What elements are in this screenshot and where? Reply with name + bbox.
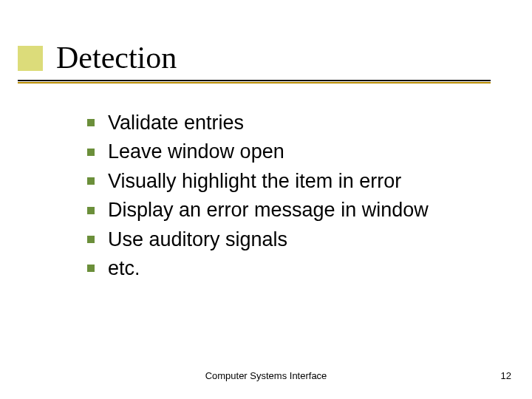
bullet-square-icon: [87, 265, 95, 272]
bullet-square-icon: [87, 149, 95, 156]
list-item: Display an error message in window: [87, 197, 501, 223]
title-row: Detection: [18, 41, 177, 74]
bullet-list: Validate entries Leave window open Visua…: [87, 109, 501, 284]
list-item: Leave window open: [87, 138, 501, 165]
bullet-text: Use auditory signals: [108, 226, 287, 253]
list-item: Visually highlight the item in error: [87, 168, 501, 194]
list-item: Validate entries: [87, 109, 501, 136]
list-item: etc.: [87, 255, 501, 282]
bullet-square-icon: [87, 207, 95, 214]
bullet-square-icon: [87, 236, 95, 243]
bullet-text: Validate entries: [108, 109, 244, 136]
slide: Detection Validate entries Leave window …: [0, 0, 532, 399]
title-underline: [18, 80, 491, 83]
bullet-text: Visually highlight the item in error: [108, 168, 401, 194]
bullet-text: Display an error message in window: [108, 197, 429, 223]
title-accent-box: [18, 46, 43, 71]
footer-center-text: Computer Systems Interface: [0, 370, 532, 381]
footer-page-number: 12: [501, 370, 511, 381]
list-item: Use auditory signals: [87, 226, 501, 253]
slide-title: Detection: [56, 41, 177, 74]
bullet-text: Leave window open: [108, 138, 284, 165]
bullet-square-icon: [87, 177, 95, 185]
bullet-text: etc.: [108, 255, 140, 282]
bullet-square-icon: [87, 119, 95, 126]
